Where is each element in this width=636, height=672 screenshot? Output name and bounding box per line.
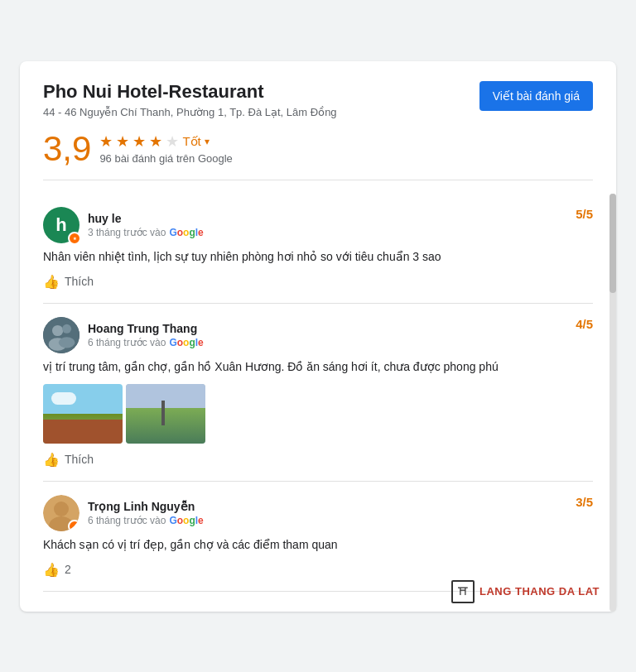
scrollbar-thumb: [610, 194, 616, 293]
review-item-2: Hoang Trung Thang 6 tháng trước vào Goog…: [43, 304, 593, 482]
review-score-3: 3/5: [576, 495, 593, 509]
thumbs-up-icon-1[interactable]: 👍: [43, 274, 60, 290]
reviewer-meta-1: 3 tháng trước vào Google: [88, 227, 204, 238]
rating-summary: 3,9 ★ ★ ★ ★ ★ Tốt ▾ 96 bài đánh giá trên…: [43, 132, 593, 166]
hotel-info: Pho Nui Hotel-Restaurant 44 - 46 Nguyễn …: [43, 81, 337, 118]
review-count: 96 bài đánh giá trên Google: [99, 152, 232, 165]
avatar-badge-1: ★: [68, 232, 81, 245]
like-label-1[interactable]: Thích: [65, 275, 94, 288]
write-review-button[interactable]: Viết bài đánh giá: [479, 81, 593, 111]
star-2: ★: [116, 132, 129, 151]
review-item-1: h ★ huy le 3 tháng trước vào Google: [43, 194, 593, 304]
watermark: ⛩ LANG THANG DA LAT: [451, 580, 600, 603]
review-card-container: Pho Nui Hotel-Restaurant 44 - 46 Nguyễn …: [20, 61, 616, 612]
reviewer-name-3: Trọng Linh Nguyễn: [88, 500, 204, 513]
review-images-2: [43, 384, 593, 444]
rating-label: Tốt: [182, 134, 200, 149]
star-3: ★: [132, 132, 146, 151]
big-rating-score: 3,9: [43, 132, 91, 166]
avatar-1: h ★: [43, 207, 80, 243]
review-time-1: 3 tháng trước vào: [88, 227, 166, 238]
star-4: ★: [149, 132, 162, 151]
review-header-2: Hoang Trung Thang 6 tháng trước vào Goog…: [43, 317, 593, 353]
reviewer-details-3: Trọng Linh Nguyễn 6 tháng trước vào Goog…: [88, 500, 204, 526]
reviewer-name-2: Hoang Trung Thang: [88, 322, 204, 335]
review-image-1[interactable]: [43, 384, 123, 444]
reviewer-info-1: h ★ huy le 3 tháng trước vào Google: [43, 207, 204, 243]
header-divider: [43, 180, 593, 180]
scrollbar[interactable]: [610, 194, 616, 612]
avatar-badge-3: [68, 520, 80, 531]
google-logo-3: Google: [169, 515, 203, 526]
star-5-empty: ★: [166, 132, 179, 151]
reviewer-details-2: Hoang Trung Thang 6 tháng trước vào Goog…: [88, 322, 204, 348]
thumbs-up-icon-2[interactable]: 👍: [43, 452, 60, 468]
google-logo-2: Google: [169, 337, 203, 348]
hotel-address: 44 - 46 Nguyễn Chí Thanh, Phường 1, Tp. …: [43, 106, 337, 118]
star-row: ★ ★ ★ ★ ★ Tốt ▾: [99, 132, 232, 151]
reviewer-meta-3: 6 tháng trước vào Google: [88, 515, 204, 526]
avatar-2: [43, 317, 80, 353]
google-logo-1: Google: [169, 227, 203, 238]
review-header-1: h ★ huy le 3 tháng trước vào Google: [43, 207, 593, 243]
reviewer-name-1: huy le: [88, 212, 204, 225]
like-row-3: 👍 2: [43, 562, 593, 578]
hotel-title: Pho Nui Hotel-Restaurant: [43, 81, 337, 103]
review-header-3: Trọng Linh Nguyễn 6 tháng trước vào Goog…: [43, 495, 593, 531]
review-text-1: Nhân viên nhiệt tình, lịch sự tuy nhiên …: [43, 248, 593, 266]
review-time-3: 6 tháng trước vào: [88, 515, 166, 526]
review-score-1: 5/5: [576, 207, 593, 221]
reviewer-details-1: huy le 3 tháng trước vào Google: [88, 212, 204, 238]
watermark-text: LANG THANG DA LAT: [479, 585, 600, 598]
review-score-2: 4/5: [576, 317, 593, 331]
watermark-icon: ⛩: [451, 580, 475, 603]
star-1: ★: [99, 132, 113, 151]
review-time-2: 6 tháng trước vào: [88, 337, 166, 348]
reviewer-info-3: Trọng Linh Nguyễn 6 tháng trước vào Goog…: [43, 495, 204, 531]
like-row-2: 👍 Thích: [43, 452, 593, 468]
review-image-2[interactable]: [126, 384, 205, 444]
reviewer-info-2: Hoang Trung Thang 6 tháng trước vào Goog…: [43, 317, 204, 353]
review-item-3: Trọng Linh Nguyễn 6 tháng trước vào Goog…: [43, 482, 593, 592]
reviewer-meta-2: 6 tháng trước vào Google: [88, 337, 204, 348]
card-header: Pho Nui Hotel-Restaurant 44 - 46 Nguyễn …: [43, 81, 593, 118]
svg-point-3: [52, 324, 63, 335]
like-label-2[interactable]: Thích: [65, 453, 94, 466]
avatar-3: [43, 495, 80, 531]
thumbs-up-icon-3[interactable]: 👍: [43, 562, 60, 578]
svg-point-6: [59, 337, 75, 348]
svg-point-4: [62, 324, 71, 333]
like-count-3: 2: [65, 563, 71, 576]
stars-container: ★ ★ ★ ★ ★ Tốt ▾ 96 bài đánh giá trên Goo…: [99, 132, 232, 165]
rating-dropdown-icon[interactable]: ▾: [205, 136, 210, 147]
svg-point-8: [54, 502, 69, 516]
like-row-1: 👍 Thích: [43, 274, 593, 290]
review-text-2: vị trí trung tâm, gần chợ, gần hồ Xuân H…: [43, 358, 593, 376]
review-text-3: Khách sạn có vị trí đẹp, gần chợ và các …: [43, 536, 593, 554]
